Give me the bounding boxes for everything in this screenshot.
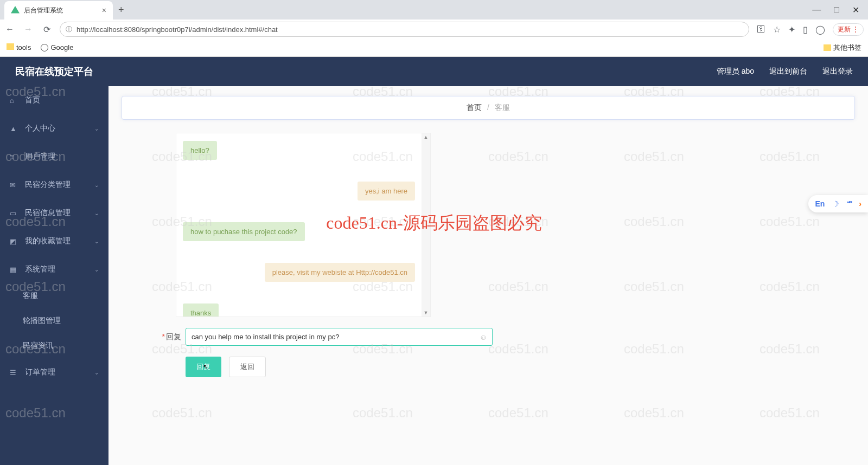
chevron-down-icon: ⌄ — [94, 267, 99, 273]
chevron-down-icon: ⌄ — [94, 370, 99, 376]
scroll-up-icon[interactable]: ▲ — [423, 133, 430, 141]
nav-bar: ← → ⟳ ⓘ http://localhost:8080/springboot… — [0, 20, 868, 39]
vue-icon — [11, 6, 20, 15]
exit-to-front-link[interactable]: 退出到前台 — [769, 67, 807, 76]
sidebar-item-users[interactable]: ≡用户管理 — [0, 143, 108, 171]
forward-icon[interactable]: → — [23, 24, 34, 34]
scroll-down-icon[interactable]: ▼ — [423, 309, 430, 317]
profile-icon[interactable]: ◯ — [815, 24, 825, 35]
bookmarks-bar: tools Google 其他书签 — [0, 39, 868, 56]
app-header: 民宿在线预定平台 管理员 abo 退出到前台 退出登录 — [0, 57, 868, 86]
tab-title: 后台管理系统 — [24, 6, 63, 15]
reader-icon[interactable]: ▯ — [803, 24, 808, 35]
crop-icon: ▭ — [10, 209, 18, 217]
chat-bubble-customer: hello? — [183, 141, 217, 160]
content-area: 首页 / 客服 hello? yes,i am here how to puch… — [108, 86, 868, 465]
back-button[interactable]: 返回 — [229, 357, 266, 377]
reply-form-row: *回复 ☺ — [154, 328, 855, 346]
language-widget[interactable]: En ☽ ❝❞ › — [808, 195, 868, 212]
window-close-icon[interactable]: ✕ — [852, 5, 859, 15]
close-tab-icon[interactable]: × — [102, 6, 106, 15]
crumb-home[interactable]: 首页 — [467, 103, 482, 112]
bookmark-other[interactable]: 其他书签 — [824, 43, 861, 53]
address-bar[interactable]: ⓘ http://localhost:8080/springbootr0p7i/… — [60, 22, 749, 37]
home-icon: ⌂ — [10, 96, 18, 105]
browser-tab[interactable]: 后台管理系统 × — [4, 1, 113, 20]
user-icon: ▲ — [10, 125, 18, 133]
cursor-icon: ↖ — [203, 363, 208, 371]
brand-title: 民宿在线预定平台 — [15, 65, 93, 78]
bookmark-icon: ◩ — [10, 237, 18, 246]
chat-bubble-agent: please, visit my webiste at Http://code5… — [265, 263, 415, 282]
grid-icon: ▦ — [10, 266, 18, 274]
extensions-icon[interactable]: ✦ — [788, 24, 795, 35]
sidebar-item-favorites[interactable]: ◩我的收藏管理⌄ — [0, 227, 108, 255]
bookmark-google[interactable]: Google — [41, 43, 73, 52]
reply-input[interactable] — [186, 328, 493, 346]
chevron-down-icon: ⌄ — [94, 238, 99, 244]
chat-panel: hello? yes,i am here how to puchase this… — [176, 133, 431, 317]
lang-en-label[interactable]: En — [815, 199, 825, 208]
list-icon: ≡ — [10, 153, 18, 161]
logout-link[interactable]: 退出登录 — [822, 67, 853, 76]
sidebar-item-system[interactable]: ▦系统管理⌄ — [0, 255, 108, 283]
back-icon[interactable]: ← — [4, 24, 15, 34]
sidebar-sub-news[interactable]: 民宿资讯 — [0, 333, 108, 358]
minimize-icon[interactable]: — — [812, 5, 821, 15]
site-info-icon[interactable]: ⓘ — [66, 25, 72, 34]
password-icon[interactable]: ⚿ — [757, 24, 765, 34]
chevron-down-icon: ⌄ — [94, 182, 99, 188]
sidebar-sub-service[interactable]: 客服 — [0, 283, 108, 308]
sidebar-item-homestay[interactable]: ▭民宿信息管理⌄ — [0, 199, 108, 227]
submit-button[interactable]: 回复 ↖ — [186, 357, 221, 377]
chevron-down-icon: ⌄ — [94, 126, 99, 132]
breadcrumb: 首页 / 客服 — [122, 96, 855, 120]
quotes-icon[interactable]: ❝❞ — [847, 200, 851, 208]
sidebar-sub-carousel[interactable]: 轮播图管理 — [0, 308, 108, 333]
maximize-icon[interactable]: □ — [834, 5, 839, 15]
browser-tab-bar: 后台管理系统 × + — □ ✕ — [0, 0, 868, 20]
sidebar-item-category[interactable]: ✉民宿分类管理⌄ — [0, 171, 108, 199]
admin-label[interactable]: 管理员 abo — [717, 67, 754, 76]
envelope-icon: ✉ — [10, 181, 18, 189]
sidebar-item-orders[interactable]: ☰订单管理⌄ — [0, 358, 108, 386]
breadcrumb-sep: / — [487, 103, 489, 112]
update-button[interactable]: 更新 ⋮ — [833, 23, 864, 36]
menu-icon: ☰ — [10, 369, 18, 377]
sidebar-item-home[interactable]: ⌂首页 — [0, 86, 108, 114]
reply-label: *回复 — [154, 332, 181, 342]
chat-bubble-customer: thanks — [183, 303, 219, 317]
chevron-down-icon: ⌄ — [94, 210, 99, 216]
sidebar: ⌂首页 ▲个人中心⌄ ≡用户管理 ✉民宿分类管理⌄ ▭民宿信息管理⌄ ◩我的收藏… — [0, 86, 108, 465]
moon-icon[interactable]: ☽ — [832, 199, 839, 208]
bookmark-star-icon[interactable]: ☆ — [773, 24, 781, 35]
emoji-icon[interactable]: ☺ — [480, 333, 487, 341]
chat-bubble-agent: yes,i am here — [358, 182, 415, 201]
sidebar-item-profile[interactable]: ▲个人中心⌄ — [0, 114, 108, 143]
crumb-current: 客服 — [495, 103, 510, 112]
arrow-right-icon[interactable]: › — [859, 199, 861, 208]
chat-bubble-customer: how to puchase this project code? — [183, 222, 305, 241]
reload-icon[interactable]: ⟳ — [41, 24, 52, 35]
bookmark-tools[interactable]: tools — [7, 43, 31, 51]
new-tab-button[interactable]: + — [118, 4, 124, 16]
chat-scrollbar[interactable]: ▲ ▼ — [422, 133, 430, 317]
url-text: http://localhost:8080/springbootr0p7i/ad… — [76, 25, 278, 34]
chat-messages: hello? yes,i am here how to puchase this… — [176, 133, 422, 317]
